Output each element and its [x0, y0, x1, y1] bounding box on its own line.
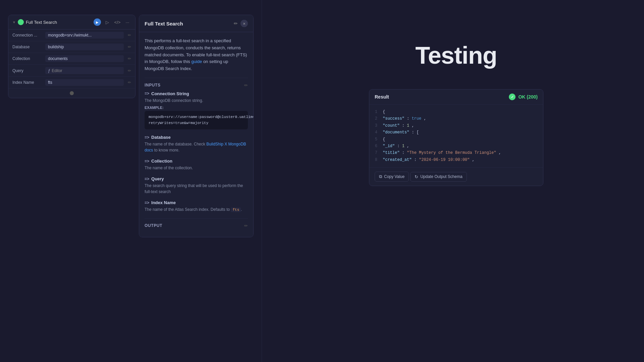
input-index: => Index Name The name of the Atlas Sear…: [145, 200, 248, 213]
play-button[interactable]: ▶: [94, 18, 101, 26]
guide-link[interactable]: guide: [191, 59, 202, 64]
json-key-6: "_id": [383, 144, 395, 148]
more-button[interactable]: ···: [124, 18, 131, 26]
line-num-6: 6: [369, 143, 383, 149]
output-edit-icon[interactable]: ✏: [244, 223, 248, 228]
input-index-name: => Index Name: [145, 200, 248, 205]
json-val-8: "2024-06-19 10:00:00": [419, 158, 470, 162]
line-content-1: {: [383, 109, 385, 115]
arrow-icon-5: =>: [145, 200, 149, 205]
panel-body: This performs a full-text search in a sp…: [139, 32, 253, 237]
node-fields: Connection ... mongodb+srv://wimukt... ✏…: [8, 29, 135, 88]
database-value[interactable]: buildship: [45, 44, 124, 50]
update-schema-button[interactable]: ↻ Update Output Schema: [410, 172, 467, 182]
skip-button[interactable]: ▷: [104, 18, 111, 26]
output-label: OUTPUT: [145, 223, 162, 228]
copy-icon: ⧉: [379, 174, 382, 179]
testing-title: Testing: [415, 42, 497, 69]
line-num-7: 7: [369, 149, 383, 156]
input-query-name: => Query: [145, 176, 248, 181]
connection-label: Connection ...: [12, 33, 43, 38]
database-label: Database: [12, 45, 43, 49]
status-ok: ✓ OK (200): [509, 94, 538, 100]
line-num-3: 3: [369, 122, 383, 129]
json-key-8: "created_at": [383, 158, 412, 162]
node-editor-panel: ▼ Full Text Search ▶ ▷ </> ··· Connectio…: [8, 15, 136, 98]
collection-label: Collection: [12, 56, 43, 61]
json-val-3: 1: [407, 123, 409, 128]
input-collection: => Collection The name of the collection…: [145, 159, 248, 171]
arrow-icon-2: =>: [145, 135, 149, 140]
panel-title: Full Text Search: [145, 21, 183, 26]
node-slider: [8, 88, 135, 98]
result-label: Result: [375, 94, 389, 100]
collection-value[interactable]: documents: [45, 55, 124, 62]
code-line-7: 7 "title" : "The Mystery of the Bermuda …: [369, 149, 543, 156]
database-edit-icon[interactable]: ✏: [128, 45, 131, 49]
index-edit-icon[interactable]: ✏: [128, 80, 131, 85]
example-code-block: mongodb+srv://username:password@cluster0…: [145, 111, 248, 129]
input-connection-string: => Connection String The MongoDB connect…: [145, 91, 248, 129]
line-content-4: "documents" : [: [383, 129, 419, 136]
node-title: Full Text Search: [26, 20, 57, 25]
json-val-2: true: [412, 116, 421, 121]
index-value[interactable]: fts: [45, 79, 124, 86]
arrow-icon-3: =>: [145, 159, 149, 164]
input-connection-desc: The MongoDB connection string.: [145, 98, 248, 104]
node-description: This performs a full-text search in a sp…: [145, 38, 248, 72]
json-key-2: "success": [383, 116, 405, 121]
result-panel: Result ✓ OK (200) 1 { 2 "success" : true…: [369, 89, 543, 186]
refresh-icon: ↻: [415, 174, 418, 179]
query-value[interactable]: ƒ Editor: [45, 67, 124, 74]
collection-field-row: Collection documents ✏: [8, 53, 135, 65]
node-header-left: ▼ Full Text Search: [12, 19, 91, 25]
query-edit-icon[interactable]: ✏: [128, 68, 131, 73]
json-val-6: 1: [402, 144, 405, 148]
code-line-8: 8 "created_at" : "2024-06-19 10:00:00" ,: [369, 157, 543, 163]
line-content-3: "count" : 1 ,: [383, 122, 414, 129]
info-panel: Full Text Search ✏ × This performs a ful…: [139, 15, 254, 237]
vertical-divider: [262, 0, 262, 362]
status-check-icon: ✓: [509, 94, 516, 100]
line-content-5: {: [383, 136, 385, 143]
close-button[interactable]: ×: [240, 20, 248, 27]
node-icon: [18, 19, 24, 25]
fts-code-inline: fts: [231, 207, 241, 212]
code-line-6: 6 "_id" : 1 ,: [369, 143, 543, 149]
panel-edit-icon[interactable]: ✏: [234, 21, 238, 26]
json-val-4: [: [417, 130, 419, 135]
collection-edit-icon[interactable]: ✏: [128, 56, 131, 61]
line-num-2: 2: [369, 115, 383, 122]
connection-value[interactable]: mongodb+srv://wimukt...: [45, 32, 124, 39]
slider-dot[interactable]: [70, 91, 74, 95]
testing-area: Testing Result ✓ OK (200) 1 { 2 "success…: [268, 15, 644, 362]
json-key-7: "title": [383, 150, 399, 155]
line-num-1: 1: [369, 109, 383, 115]
result-code-block: 1 { 2 "success" : true , 3 "count" :: [369, 105, 543, 167]
copy-value-button[interactable]: ⧉ Copy Value: [375, 172, 409, 182]
arrow-icon-1: =>: [145, 91, 149, 96]
line-content-6: "_id" : 1 ,: [383, 143, 409, 149]
node-controls: ▶ ▷ </> ···: [94, 18, 131, 26]
inputs-edit-icon[interactable]: ✏: [244, 83, 248, 88]
code-button[interactable]: </>: [114, 18, 121, 26]
panel-header: Full Text Search ✏ ×: [139, 15, 253, 32]
query-field-row: Query ƒ Editor ✏: [8, 65, 135, 77]
json-key-3: "count": [383, 123, 399, 128]
connection-edit-icon[interactable]: ✏: [128, 33, 131, 38]
code-line-4: 4 "documents" : [: [369, 129, 543, 136]
collapse-caret[interactable]: ▼: [12, 20, 16, 24]
inputs-label: INPUTS: [145, 83, 161, 87]
query-label: Query: [12, 68, 43, 73]
input-index-desc: The name of the Atlas Search index. Defa…: [145, 206, 248, 213]
divider-1: [145, 78, 248, 78]
code-line-2: 2 "success" : true ,: [369, 115, 543, 122]
example-label: EXAMPLE:: [145, 106, 248, 110]
output-section-header: OUTPUT ✏: [145, 223, 248, 228]
json-key-4: "documents": [383, 130, 409, 135]
input-connection-name: => Connection String: [145, 91, 248, 96]
line-content-2: "success" : true ,: [383, 115, 426, 122]
query-editor-badge: ƒ Editor: [48, 68, 121, 73]
arrow-icon-4: =>: [145, 177, 149, 181]
input-database-name: => Database: [145, 135, 248, 140]
